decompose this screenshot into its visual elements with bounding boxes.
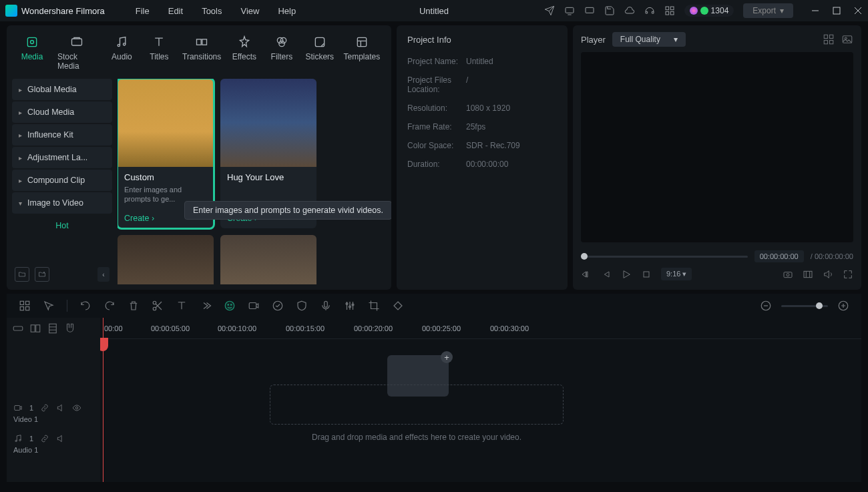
svg-point-52 bbox=[15, 440, 17, 441]
cursor-icon[interactable] bbox=[43, 300, 55, 312]
sidebar-item-cloud-media[interactable]: ▸Cloud Media bbox=[12, 101, 112, 123]
folder-add-icon[interactable] bbox=[35, 267, 49, 282]
keyframe-icon[interactable] bbox=[392, 300, 404, 312]
aspect-ratio-select[interactable]: 9:16 ▾ bbox=[661, 268, 692, 280]
track-headers: 1 Video 1 1 Audio 1 bbox=[7, 318, 100, 482]
svg-rect-4 bbox=[666, 11, 669, 15]
sidebar-item-influence-kit[interactable]: ▸Influence Kit bbox=[12, 124, 112, 146]
svg-rect-19 bbox=[824, 35, 827, 38]
sidebar-item-global-media[interactable]: ▸Global Media bbox=[12, 79, 112, 100]
cloud-icon[interactable] bbox=[624, 5, 635, 16]
folder-icon[interactable] bbox=[15, 267, 29, 282]
zoom-slider[interactable] bbox=[781, 305, 828, 307]
export-button[interactable]: Export▾ bbox=[743, 3, 793, 18]
link-icon[interactable] bbox=[40, 434, 49, 443]
crop-icon[interactable] bbox=[368, 300, 380, 312]
eye-icon[interactable] bbox=[72, 403, 81, 413]
stop-button[interactable] bbox=[641, 269, 652, 280]
send-icon[interactable] bbox=[544, 5, 555, 16]
menu-file[interactable]: File bbox=[136, 6, 150, 16]
video-track-header[interactable]: 1 Video 1 bbox=[7, 398, 100, 429]
svg-rect-18 bbox=[357, 37, 366, 46]
tab-effects[interactable]: Effects bbox=[228, 32, 260, 73]
tab-media[interactable]: Media bbox=[16, 32, 48, 73]
player-controls: 9:16 ▾ bbox=[581, 265, 853, 283]
mixer-icon[interactable] bbox=[344, 300, 356, 312]
play-reverse-button[interactable] bbox=[601, 269, 612, 280]
timeline-tracks[interactable]: 00:00 00:00:05:00 00:00:10:00 00:00:15:0… bbox=[100, 318, 861, 482]
split-button[interactable] bbox=[152, 300, 164, 312]
redo-button[interactable] bbox=[103, 300, 116, 312]
tl-option-icon[interactable] bbox=[29, 322, 41, 334]
snapshot-icon[interactable] bbox=[783, 269, 793, 280]
menu-tools[interactable]: Tools bbox=[202, 6, 222, 16]
device-icon[interactable] bbox=[564, 5, 575, 16]
playhead[interactable] bbox=[103, 318, 103, 482]
zoom-fit-button[interactable] bbox=[837, 300, 849, 312]
screen-icon[interactable] bbox=[584, 5, 595, 16]
preview-viewport[interactable] bbox=[581, 52, 853, 242]
chevron-right-icon: ▸ bbox=[19, 154, 22, 162]
volume-icon[interactable] bbox=[823, 269, 833, 280]
track-name: Audio 1 bbox=[13, 446, 93, 454]
sidebar-item-image-to-video[interactable]: ▾Image to Video bbox=[12, 192, 112, 214]
zoom-out-button[interactable] bbox=[760, 300, 772, 312]
maximize-button[interactable] bbox=[832, 6, 841, 15]
save-icon[interactable] bbox=[604, 5, 615, 16]
credits-pill[interactable]: 1304 bbox=[684, 5, 734, 17]
ai-icon[interactable] bbox=[224, 300, 236, 312]
tab-audio[interactable]: Audio bbox=[105, 32, 138, 73]
tl-option-icon[interactable] bbox=[47, 322, 59, 334]
image-icon[interactable] bbox=[841, 33, 853, 45]
grid-view-icon[interactable] bbox=[823, 33, 835, 45]
sidebar-item-compound-clip[interactable]: ▸Compound Clip bbox=[12, 170, 112, 191]
mute-icon[interactable] bbox=[56, 434, 65, 443]
time-ruler[interactable]: 00:00 00:00:05:00 00:00:10:00 00:00:15:0… bbox=[100, 318, 861, 339]
tab-stock-media[interactable]: Stock Media bbox=[53, 32, 100, 73]
mute-icon[interactable] bbox=[56, 403, 65, 413]
menu-help[interactable]: Help bbox=[278, 6, 296, 16]
minimize-button[interactable] bbox=[811, 6, 820, 15]
more-icon[interactable] bbox=[200, 300, 212, 312]
speed-icon[interactable] bbox=[272, 300, 284, 312]
headset-icon[interactable] bbox=[644, 5, 655, 16]
prev-frame-button[interactable] bbox=[581, 269, 592, 280]
sidebar-item-hot[interactable]: Hot bbox=[12, 215, 112, 236]
link-icon[interactable] bbox=[40, 403, 49, 413]
tab-stickers[interactable]: Stickers bbox=[303, 32, 337, 73]
tab-transitions[interactable]: Transitions bbox=[180, 32, 223, 73]
marker-icon[interactable] bbox=[803, 269, 813, 280]
collapse-sidebar-button[interactable]: ‹ bbox=[97, 267, 110, 282]
mic-icon[interactable] bbox=[320, 300, 332, 312]
layout-icon[interactable] bbox=[19, 300, 31, 312]
close-button[interactable] bbox=[853, 6, 863, 15]
svg-rect-31 bbox=[20, 307, 23, 310]
text-icon[interactable] bbox=[176, 300, 188, 312]
magnet-icon[interactable] bbox=[64, 322, 76, 334]
fullscreen-icon[interactable] bbox=[843, 269, 853, 280]
svg-point-11 bbox=[124, 43, 126, 45]
svg-rect-17 bbox=[315, 37, 324, 46]
media-cards-grid: Custom Enter images and prompts to ge...… bbox=[118, 79, 391, 284]
record-icon[interactable] bbox=[248, 300, 260, 312]
svg-point-15 bbox=[280, 37, 286, 43]
audio-track-header[interactable]: 1 Audio 1 bbox=[7, 429, 100, 459]
menu-edit[interactable]: Edit bbox=[168, 6, 183, 16]
delete-button[interactable] bbox=[128, 300, 140, 312]
card-template[interactable] bbox=[118, 235, 214, 284]
quality-select[interactable]: Full Quality▾ bbox=[612, 32, 686, 47]
titlebar: Wondershare Filmora File Edit Tools View… bbox=[0, 0, 868, 21]
play-button[interactable] bbox=[621, 269, 632, 280]
scrubber[interactable] bbox=[581, 256, 748, 258]
card-template[interactable] bbox=[220, 235, 316, 284]
tab-titles[interactable]: Titles bbox=[143, 32, 175, 73]
tl-option-icon[interactable] bbox=[12, 322, 24, 334]
apps-icon[interactable] bbox=[664, 5, 675, 16]
sidebar-item-adjustment-layer[interactable]: ▸Adjustment La... bbox=[12, 147, 112, 168]
tab-templates[interactable]: Templates bbox=[342, 32, 382, 73]
drop-zone[interactable] bbox=[270, 385, 564, 425]
undo-button[interactable] bbox=[79, 300, 91, 312]
tab-filters[interactable]: Filters bbox=[266, 32, 298, 73]
menu-view[interactable]: View bbox=[240, 6, 259, 16]
shield-icon[interactable] bbox=[296, 300, 308, 312]
